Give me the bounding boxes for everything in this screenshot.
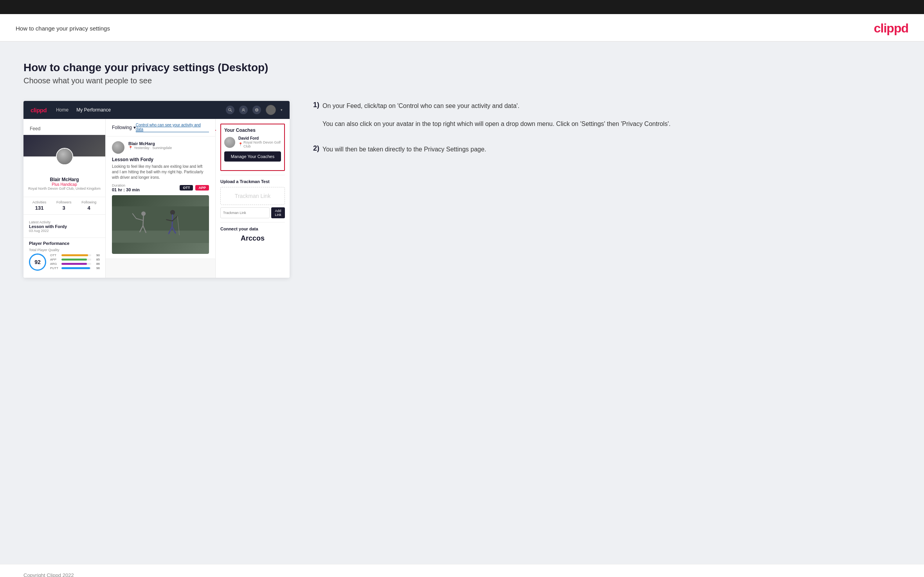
chevron-down-icon: ▾ xyxy=(281,108,283,112)
user-club: Royal North Devon Golf Club, United King… xyxy=(27,187,101,191)
post-card: Blair McHarg 📍 Yesterday · Sunningdale L… xyxy=(106,137,215,259)
breadcrumb: How to change your privacy settings xyxy=(16,25,110,32)
post-title: Lesson with Fordy xyxy=(112,157,209,162)
instruction-step1: 1) On your Feed, click/tap on 'Control w… xyxy=(313,101,901,129)
globe-icon[interactable] xyxy=(252,106,261,114)
post-user-avatar xyxy=(112,141,124,154)
location-icon: 📍 xyxy=(238,142,243,146)
latest-date: 03 Aug 2022 xyxy=(29,229,100,233)
tag-badges: OTT APP xyxy=(180,185,209,191)
user-handicap: Plus Handicap xyxy=(27,182,101,187)
nav-home[interactable]: Home xyxy=(56,107,68,113)
user-avatar-container xyxy=(56,148,73,165)
post-location: 📍 Yesterday · Sunningdale xyxy=(128,146,209,150)
perf-title: Player Performance xyxy=(29,241,100,246)
user-info: Blair McHarg Plus Handicap Royal North D… xyxy=(23,177,105,194)
app-body: Feed Blair McHarg Plus Handicap Royal No… xyxy=(23,119,290,278)
svg-point-8 xyxy=(141,212,146,216)
coach-item: David Ford 📍 Royal North Devon Golf Club xyxy=(224,136,281,148)
control-privacy-link[interactable]: Control who can see your activity and da… xyxy=(136,123,209,132)
coaches-title: Your Coaches xyxy=(224,128,281,133)
svg-point-2 xyxy=(243,109,244,110)
feed-header: Following ▾ Control who can see your act… xyxy=(106,119,215,137)
player-performance: Player Performance Total Player Quality … xyxy=(23,237,105,274)
feed-tab[interactable]: Feed xyxy=(23,123,105,135)
trackman-input[interactable] xyxy=(220,207,270,218)
quality-bars: OTT 90 APP 85 ARG xyxy=(50,253,100,271)
bar-arg: ARG 86 xyxy=(50,262,100,266)
svg-line-9 xyxy=(143,216,143,226)
trackman-input-row: Add Link xyxy=(220,207,285,218)
post-duration: Duration 01 hr : 30 min OTT APP xyxy=(112,183,209,192)
coach-avatar xyxy=(224,137,235,148)
post-user-name: Blair McHarg xyxy=(128,141,209,146)
top-bar xyxy=(0,0,924,14)
app-feed: Following ▾ Control who can see your act… xyxy=(106,119,215,278)
step1-text-part1: On your Feed, click/tap on 'Control who … xyxy=(322,101,670,111)
person-icon[interactable] xyxy=(239,106,248,114)
post-header: Blair McHarg 📍 Yesterday · Sunningdale xyxy=(112,141,209,154)
location-pin-icon: 📍 xyxy=(128,146,133,150)
arccos-label: Arccos xyxy=(220,234,285,243)
total-quality-label: Total Player Quality xyxy=(29,248,100,252)
step1-text-part2: You can also click on your avatar in the… xyxy=(322,119,670,129)
post-meta: Blair McHarg 📍 Yesterday · Sunningdale xyxy=(128,141,209,150)
tag-app: APP xyxy=(195,185,209,191)
site-header: How to change your privacy settings clip… xyxy=(0,14,924,42)
following-button[interactable]: Following ▾ xyxy=(112,125,136,130)
followers-label: Followers xyxy=(56,200,72,204)
step2-number: 2) xyxy=(313,144,319,153)
trackman-section: Upload a Trackman Test Trackman Link Add… xyxy=(220,175,285,218)
app-sidebar: Feed Blair McHarg Plus Handicap Royal No… xyxy=(23,119,106,278)
user-avatar-nav[interactable] xyxy=(266,105,276,115)
latest-label: Latest Activity xyxy=(29,220,100,224)
coach-club: 📍 Royal North Devon Golf Club xyxy=(238,140,281,148)
post-description: Looking to feel like my hands are exitin… xyxy=(112,164,209,180)
bar-ott: OTT 90 xyxy=(50,253,100,257)
latest-title: Lesson with Fordy xyxy=(29,224,100,229)
step2-text: You will then be taken directly to the P… xyxy=(322,144,486,155)
app-right-sidebar: Your Coaches David Ford 📍 Royal North De… xyxy=(215,119,290,278)
coach-info: David Ford 📍 Royal North Devon Golf Club xyxy=(238,136,281,148)
avatar xyxy=(56,148,73,165)
tag-ott: OTT xyxy=(180,185,193,191)
quality-score: 92 xyxy=(34,259,41,265)
trackman-title: Upload a Trackman Test xyxy=(220,179,285,184)
main-content: How to change your privacy settings (Des… xyxy=(0,42,924,564)
trackman-placeholder: Trackman Link xyxy=(225,193,281,199)
app-navbar: clippd Home My Performance xyxy=(23,101,290,119)
instructions-panel: 1) On your Feed, click/tap on 'Control w… xyxy=(309,101,901,170)
page-subtitle: Choose what you want people to see xyxy=(23,76,901,85)
following-value: 4 xyxy=(88,205,90,211)
stat-activities: Activities 131 xyxy=(32,200,47,211)
quality-section: 92 OTT 90 APP xyxy=(29,253,100,271)
nav-my-performance[interactable]: My Performance xyxy=(76,107,111,113)
copyright-text: Copyright Clippd 2022 xyxy=(23,572,74,577)
svg-rect-7 xyxy=(112,231,209,243)
user-stats: Activities 131 Followers 3 Following 4 xyxy=(23,197,105,215)
manage-coaches-button[interactable]: Manage Your Coaches xyxy=(224,151,281,162)
svg-point-14 xyxy=(170,210,175,215)
clippd-logo: clippd xyxy=(874,21,908,36)
activities-label: Activities xyxy=(32,200,47,204)
app-logo-small: clippd xyxy=(31,107,47,113)
connect-title: Connect your data xyxy=(220,226,285,231)
app-nav-icons: ▾ xyxy=(226,105,283,115)
search-icon[interactable] xyxy=(226,106,234,114)
avatar-image xyxy=(57,149,72,164)
add-link-button[interactable]: Add Link xyxy=(271,207,285,218)
app-nav-links: Home My Performance xyxy=(56,107,216,113)
coach-name: David Ford xyxy=(238,136,281,140)
quality-circle: 92 xyxy=(29,253,46,271)
site-footer: Copyright Clippd 2022 xyxy=(0,564,924,577)
user-name: Blair McHarg xyxy=(27,177,101,182)
page-title: How to change your privacy settings (Des… xyxy=(23,61,901,74)
trackman-box: Trackman Link xyxy=(220,187,285,205)
coaches-section: Your Coaches David Ford 📍 Royal North De… xyxy=(224,128,281,162)
svg-line-1 xyxy=(231,111,232,112)
bar-app: APP 85 xyxy=(50,258,100,261)
content-layout: clippd Home My Performance xyxy=(23,101,901,278)
stat-followers: Followers 3 xyxy=(56,200,72,211)
bar-putt: PUTT 96 xyxy=(50,266,100,270)
connect-section: Connect your data Arccos xyxy=(220,222,285,243)
